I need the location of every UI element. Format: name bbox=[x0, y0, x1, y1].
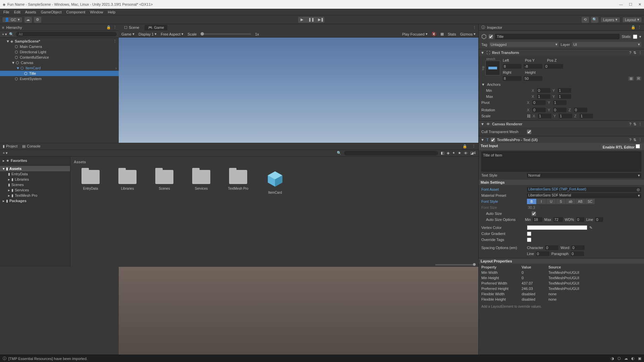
blueprint-button[interactable]: ⊞ bbox=[628, 76, 634, 81]
node-itemcard[interactable]: ▼⬡ItemCard› bbox=[0, 65, 119, 71]
posy-input[interactable] bbox=[524, 64, 542, 69]
grid-size-slider[interactable] bbox=[435, 264, 476, 265]
fontstyle-u[interactable]: U bbox=[546, 199, 556, 204]
para-input[interactable] bbox=[571, 251, 584, 256]
left-input[interactable] bbox=[503, 64, 522, 69]
right-input[interactable] bbox=[503, 76, 522, 81]
tag-dropdown[interactable]: Untagged▾ bbox=[489, 42, 559, 47]
create-button[interactable]: + ▾ bbox=[3, 151, 8, 155]
playfocus-dropdown[interactable]: Play Focused▾ bbox=[402, 32, 428, 36]
cgrad-checkbox[interactable] bbox=[527, 232, 531, 236]
active-checkbox[interactable] bbox=[489, 35, 493, 39]
foldout-icon[interactable]: ▼ bbox=[481, 82, 485, 86]
scale-z-input[interactable] bbox=[580, 114, 593, 118]
component-menu-icon[interactable]: ⋮ bbox=[638, 138, 642, 142]
text-input-area[interactable]: Title of Item bbox=[481, 152, 641, 172]
open-prefab-icon[interactable]: › bbox=[115, 66, 117, 70]
panel-menu-icon[interactable]: ⋮ bbox=[638, 25, 641, 29]
pivot-y-input[interactable] bbox=[553, 100, 567, 105]
node-contentful[interactable]: ⬡ContentfulService bbox=[0, 55, 119, 60]
menu-file[interactable]: File bbox=[3, 10, 9, 14]
entrydata-folder[interactable]: ▮EntryData bbox=[0, 171, 70, 177]
panel-menu-icon[interactable]: ⋮ bbox=[473, 25, 476, 30]
component-menu-icon[interactable]: ⋮ bbox=[638, 51, 642, 55]
pause-button[interactable]: ❚❚ bbox=[308, 17, 315, 23]
status-icon[interactable]: ◑ bbox=[611, 356, 614, 361]
rtl-button[interactable]: Enable RTL Editor bbox=[601, 144, 642, 149]
rot-z-input[interactable] bbox=[574, 108, 587, 112]
asset-folder[interactable]: TextMesh Pro bbox=[225, 170, 252, 194]
step-button[interactable]: ▶❚ bbox=[317, 17, 324, 23]
cull-checkbox[interactable] bbox=[527, 130, 531, 134]
layer-dropdown[interactable]: UI▾ bbox=[572, 42, 641, 47]
max-y-input[interactable] bbox=[558, 94, 571, 99]
vertex-color-swatch[interactable] bbox=[527, 225, 587, 230]
min-y-input[interactable] bbox=[558, 88, 571, 93]
hidden-icon[interactable]: 👁 bbox=[464, 151, 468, 155]
scale-x-input[interactable] bbox=[538, 114, 551, 118]
fontsize-input[interactable] bbox=[527, 205, 540, 210]
preset-icon[interactable]: ⇅ bbox=[633, 51, 636, 55]
stats-button[interactable]: Stats bbox=[448, 32, 456, 36]
rect-transform-header[interactable]: ▼ ⛶ Rect Transform ?⇅⋮ bbox=[479, 49, 644, 56]
help-icon[interactable]: ? bbox=[629, 138, 631, 142]
panel-lock-icon[interactable]: 🔒 bbox=[631, 25, 636, 29]
scene-menu-icon[interactable]: ⋮ bbox=[113, 39, 117, 44]
panel-lock-icon[interactable]: 🔒 bbox=[106, 25, 111, 29]
mute-icon[interactable]: 🔇 bbox=[432, 32, 436, 36]
node-camera[interactable]: ⬡Main Camera bbox=[0, 44, 119, 49]
menu-help[interactable]: Help bbox=[108, 10, 115, 14]
fontstyle-sc[interactable]: SC bbox=[585, 199, 595, 204]
cloud-button[interactable]: ☁ bbox=[24, 17, 32, 23]
rtl-checkbox[interactable] bbox=[636, 144, 640, 148]
wd-input[interactable] bbox=[576, 217, 584, 222]
rot-y-input[interactable] bbox=[553, 108, 567, 112]
object-picker-icon[interactable]: ◎ bbox=[637, 187, 640, 192]
autosize-checkbox[interactable] bbox=[532, 212, 536, 216]
game-dropdown[interactable]: Game▾ bbox=[121, 32, 135, 36]
height-input[interactable] bbox=[524, 76, 542, 81]
component-menu-icon[interactable]: ⋮ bbox=[638, 122, 642, 126]
max-x-input[interactable] bbox=[537, 94, 550, 99]
color-picker-icon[interactable]: ✎ bbox=[589, 226, 592, 230]
menu-window[interactable]: Window bbox=[90, 10, 103, 14]
play-button[interactable]: ▶ bbox=[298, 17, 306, 23]
textstyle-dropdown[interactable]: Normal▾ bbox=[527, 173, 641, 178]
char-input[interactable] bbox=[545, 245, 558, 250]
static-checkbox[interactable] bbox=[633, 35, 637, 39]
inspector-tab[interactable]: Inspector bbox=[487, 25, 502, 29]
menu-gameobject[interactable]: GameObject bbox=[41, 10, 62, 14]
node-eventsystem[interactable]: ⬡EventSystem bbox=[0, 76, 119, 81]
scene-node[interactable]: ▼◈SampleScene*⋮ bbox=[0, 39, 119, 44]
panel-menu-icon[interactable]: ⋮ bbox=[472, 144, 476, 148]
undo-history-button[interactable]: ⟲ bbox=[582, 17, 589, 23]
min-x-input[interactable] bbox=[537, 88, 550, 93]
tmp-enabled-checkbox[interactable] bbox=[491, 138, 495, 142]
status-icon[interactable]: ▣ bbox=[638, 356, 641, 361]
aspect-dropdown[interactable]: Free Aspect▾ bbox=[161, 32, 183, 36]
tmp-folder[interactable]: ▸▮TextMesh Pro bbox=[0, 193, 70, 198]
fontasset-field[interactable]: LiberationSans SDF (TMP_Font Asset)◎ bbox=[527, 187, 641, 192]
pivot-x-input[interactable] bbox=[532, 100, 546, 105]
search-button[interactable]: 🔍 bbox=[591, 17, 598, 23]
minimize-button[interactable]: — bbox=[619, 2, 623, 7]
close-button[interactable]: ✕ bbox=[638, 2, 641, 7]
stats-icon[interactable]: ▦ bbox=[440, 32, 444, 36]
otags-checkbox[interactable] bbox=[527, 238, 531, 242]
line-input[interactable] bbox=[595, 217, 603, 222]
game-tab[interactable]: 🎮Game bbox=[145, 25, 167, 31]
gameobject-name-input[interactable] bbox=[495, 34, 620, 39]
fontstyle-ab[interactable]: ab bbox=[566, 199, 575, 204]
maximize-button[interactable]: ☐ bbox=[629, 2, 632, 7]
hierarchy-search-input[interactable] bbox=[16, 32, 117, 37]
raw-button[interactable]: R bbox=[636, 76, 641, 80]
save-icon[interactable]: ✦ bbox=[452, 151, 455, 155]
create-button[interactable]: + ▾ bbox=[2, 32, 7, 37]
fontstyle-s[interactable]: S bbox=[556, 199, 566, 204]
status-icon[interactable]: ⬡ bbox=[618, 356, 621, 361]
status-icon[interactable]: ☁ bbox=[624, 356, 628, 361]
account-button[interactable]: 👤GC▾ bbox=[2, 17, 22, 23]
scene-tab[interactable]: ☐Scene bbox=[121, 25, 143, 31]
fontstyle-i[interactable]: I bbox=[537, 199, 546, 204]
panel-menu-icon[interactable]: ⋮ bbox=[113, 25, 117, 29]
